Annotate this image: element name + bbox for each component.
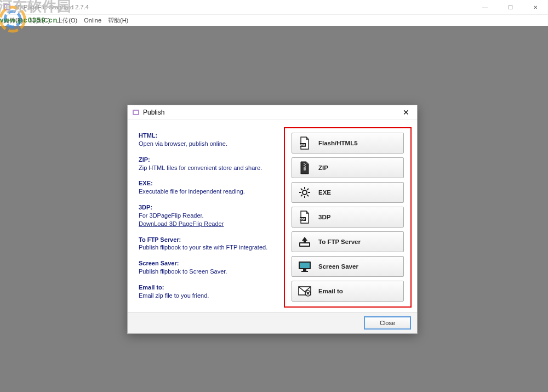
publish-zip-button[interactable]: ZIP [292,157,404,178]
svg-line-18 [301,195,302,196]
window-title: 3D PageFlip Standard 2.7.4 [14,4,472,10]
menu-help[interactable]: 帮助(H) [108,16,128,25]
main-content: Publish ✕ HTML: Open via browser, publis… [0,26,548,392]
dialog-titlebar: Publish ✕ [128,105,417,120]
svg-rect-10 [304,167,306,171]
mail-icon [292,286,317,297]
desc-ss-text: Publish flipbook to Screen Saver. [139,268,277,276]
publish-icon [132,109,140,116]
publish-exe-label: EXE [317,189,403,196]
desc-3dp: 3DP: For 3DPageFlip Reader. DownLoad 3D … [139,203,277,228]
description-column: HTML: Open via browser, publish online. … [139,127,284,308]
svg-rect-8 [304,165,305,166]
publish-email-button[interactable]: Email to [292,281,404,302]
desc-ftp: To FTP Server: Publish flipbook to your … [139,236,277,252]
menu-file[interactable]: 文件(F) [3,16,23,25]
svg-rect-26 [303,269,306,271]
publish-3dp-button[interactable]: 3DP 3DP [292,207,404,228]
minimize-button[interactable]: — [472,0,498,15]
svg-rect-3 [134,111,138,114]
dialog-title: Publish [143,109,395,116]
publish-ftp-label: To FTP Server [317,238,403,245]
publish-dialog: Publish ✕ HTML: Open via browser, publis… [127,105,418,334]
desc-html-heading: HTML: [139,132,277,140]
dialog-close-button[interactable]: ✕ [395,105,417,120]
publish-3dp-label: 3DP [317,214,403,220]
svg-line-16 [301,189,302,190]
publish-buttons-column: HTML Flash/HTML5 ZIP EXE [284,127,412,308]
desc-ftp-text: Publish flipbook to your site with FTP i… [139,243,277,252]
svg-rect-9 [305,166,306,167]
desc-exe: EXE: Executable file for independent rea… [139,179,277,196]
desc-zip: ZIP: Zip HTML files for convenient store… [139,156,277,172]
window-controls: — ☐ ✕ [472,0,548,15]
desc-ftp-heading: To FTP Server: [139,236,277,244]
dialog-close-footer-button[interactable]: Close [364,317,410,329]
svg-point-11 [302,190,307,195]
desc-exe-text: Executable file for independent reading. [139,188,277,196]
desc-zip-text: Zip HTML files for convenient store and … [139,164,277,172]
svg-rect-7 [305,164,306,165]
publish-ss-label: Screen Saver [317,263,403,270]
gear-icon [292,186,317,199]
main-titlebar: 3D PageFlip Standard 2.7.4 — ☐ ✕ [0,0,548,15]
publish-flash-label: Flash/HTML5 [317,140,403,146]
app-icon [3,3,11,11]
svg-rect-27 [301,271,308,272]
menubar: 文件(F) 转换(C) 上传(O) Online 帮助(H) [0,15,548,26]
publish-ftp-button[interactable]: To FTP Server [292,231,404,252]
publish-exe-button[interactable]: EXE [292,182,404,203]
desc-3dp-text: For 3DPageFlip Reader. [139,212,277,220]
desc-html: HTML: Open via browser, publish online. [139,132,277,148]
maximize-button[interactable]: ☐ [498,0,523,15]
dialog-footer: Close [128,312,417,333]
desc-email-heading: Email to: [139,283,277,292]
desc-screensaver: Screen Saver: Publish flipbook to Screen… [139,259,277,276]
zip-file-icon [292,161,317,174]
menu-option[interactable]: 上传(O) [56,16,77,25]
publish-flash-html5-button[interactable]: HTML Flash/HTML5 [292,133,404,154]
main-window: 3D PageFlip Standard 2.7.4 — ☐ ✕ 文件(F) 转… [0,0,548,392]
desc-3dp-heading: 3DP: [139,203,277,212]
publish-screensaver-button[interactable]: Screen Saver [292,256,404,277]
desc-email-text: Email zip file to you friend. [139,292,277,300]
html-file-icon: HTML [292,137,317,150]
3dp-file-icon: 3DP [292,211,317,224]
svg-rect-25 [300,263,310,268]
svg-text:HTML: HTML [299,144,306,147]
desc-zip-heading: ZIP: [139,156,277,164]
desc-email: Email to: Email zip file to you friend. [139,283,277,300]
dialog-body: HTML: Open via browser, publish online. … [128,120,417,312]
svg-line-19 [307,189,309,190]
svg-rect-1 [5,5,9,9]
download-reader-link[interactable]: DownLoad 3D PageFlip Reader [139,220,224,227]
publish-zip-label: ZIP [317,164,403,171]
svg-line-17 [307,195,309,196]
svg-rect-23 [300,243,309,246]
svg-text:3DP: 3DP [300,218,306,221]
menu-convert[interactable]: 转换(C) [30,16,50,25]
monitor-icon [292,260,317,272]
menu-online[interactable]: Online [84,17,101,24]
upload-icon [292,236,317,248]
desc-ss-heading: Screen Saver: [139,259,277,268]
svg-rect-6 [304,163,305,164]
close-button[interactable]: ✕ [523,0,548,15]
desc-html-text: Open via browser, publish online. [139,140,277,148]
desc-exe-heading: EXE: [139,179,277,188]
publish-email-label: Email to [317,288,403,294]
